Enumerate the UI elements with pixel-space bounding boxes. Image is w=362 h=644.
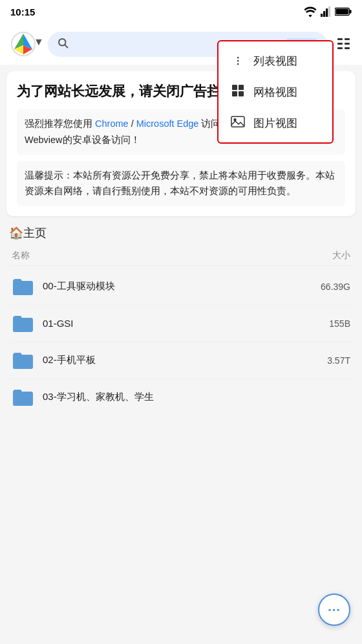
edge-link[interactable]: Microsoft Edge [136, 118, 199, 129]
status-time: 10:15 [10, 6, 35, 17]
wifi-icon [304, 6, 317, 17]
policy-text: 温馨提示：本站所有资源公开免费分享，禁止将本站用于收费服务。本站资源来自网络，请… [25, 170, 335, 197]
file-list-header: 名称 大小 [9, 250, 353, 266]
list-view-label: 列表视图 [253, 54, 297, 69]
dropdown-toggle-button[interactable]: ▼ [31, 35, 47, 49]
file-list: 00-工具驱动模块 66.39G 01-GSI 155B 02-手机平板 3.5… [9, 269, 353, 409]
signal-icon [321, 6, 331, 17]
svg-rect-19 [345, 47, 350, 49]
list-view-option[interactable]: ⁝ 列表视图 [218, 45, 332, 76]
notice1-sep: / [129, 118, 136, 129]
svg-rect-17 [345, 38, 350, 40]
file-name: 00-工具驱动模块 [43, 280, 303, 293]
file-row[interactable]: 03-学习机、家教机、学生 [9, 379, 353, 409]
file-size: 155B [312, 318, 350, 329]
file-size: 3.57T [312, 355, 350, 366]
hamburger-lines-icon [336, 38, 352, 50]
svg-rect-0 [321, 14, 323, 17]
file-name: 01-GSI [43, 318, 303, 329]
search-icon [57, 37, 69, 52]
policy-notice: 温馨提示：本站所有资源公开免费分享，禁止将本站用于收费服务。本站资源来自网络，请… [17, 161, 345, 206]
file-name: 03-学习机、家教机、学生 [43, 391, 303, 403]
size-column-header: 大小 [332, 250, 350, 261]
svg-rect-18 [345, 43, 350, 45]
svg-rect-23 [239, 91, 244, 96]
view-dropdown-menu: ⁝ 列表视图 网格视图 图片视图 [217, 40, 334, 144]
name-column-header: 名称 [12, 250, 30, 261]
grid-view-option[interactable]: 网格视图 [218, 76, 332, 108]
svg-rect-5 [350, 10, 352, 14]
svg-line-13 [65, 45, 67, 47]
svg-rect-20 [232, 85, 237, 90]
status-icons [304, 6, 352, 17]
svg-rect-2 [326, 8, 328, 17]
svg-rect-24 [231, 117, 244, 127]
breadcrumb: 🏠主页 [9, 225, 353, 241]
more-icon: ··· [328, 603, 341, 617]
battery-icon [335, 7, 352, 16]
list-view-icon: ⁝ [230, 53, 246, 69]
svg-rect-3 [328, 6, 330, 17]
grid-view-label: 网格视图 [253, 85, 297, 100]
svg-rect-6 [335, 9, 348, 14]
file-row[interactable]: 00-工具驱动模块 66.39G [9, 269, 353, 305]
folder-icon [12, 351, 34, 370]
notice1-prefix: 强烈推荐您使用 [25, 118, 95, 129]
image-view-option[interactable]: 图片视图 [218, 108, 332, 139]
file-browser: 🏠主页 名称 大小 00-工具驱动模块 66.39G 01-GSI 155B 0… [0, 225, 362, 409]
file-name: 02-手机平板 [43, 354, 303, 366]
svg-rect-22 [232, 91, 237, 96]
svg-rect-16 [337, 47, 343, 49]
svg-rect-21 [239, 85, 244, 90]
svg-rect-1 [323, 11, 325, 17]
folder-icon [12, 278, 34, 296]
image-view-label: 图片视图 [253, 116, 297, 131]
svg-rect-14 [337, 38, 343, 40]
file-row[interactable]: 01-GSI 155B [9, 305, 353, 342]
svg-rect-15 [337, 43, 343, 45]
file-row[interactable]: 02-手机平板 3.57T [9, 342, 353, 379]
folder-icon [12, 388, 34, 406]
grid-view-icon [230, 84, 246, 100]
chrome-link[interactable]: Chrome [95, 118, 129, 129]
folder-icon [12, 315, 34, 333]
image-view-icon [230, 116, 246, 131]
grid-icon [231, 84, 244, 97]
status-bar: 10:15 [0, 0, 362, 23]
view-menu-button[interactable] [334, 35, 354, 53]
image-icon [231, 116, 245, 128]
floating-action-button[interactable]: ··· [318, 594, 350, 626]
file-size: 66.39G [312, 282, 350, 292]
